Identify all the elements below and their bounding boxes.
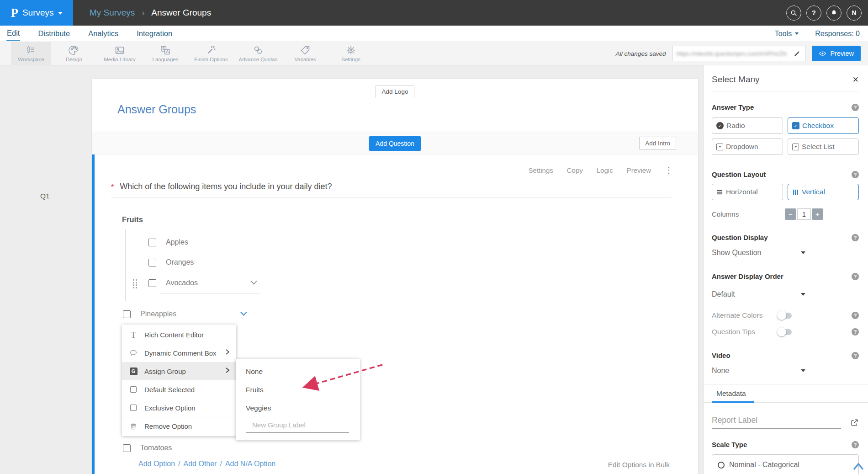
- option-checkbox[interactable]: [148, 239, 156, 246]
- help-icon[interactable]: ?: [852, 171, 859, 178]
- toolbar-settings[interactable]: Settings: [328, 42, 374, 65]
- search-button[interactable]: [786, 5, 801, 21]
- user-avatar[interactable]: N: [847, 5, 862, 21]
- question-copy-link[interactable]: Copy: [567, 166, 583, 174]
- expand-button[interactable]: [850, 418, 859, 429]
- answer-type-select-list[interactable]: Select List: [788, 138, 859, 155]
- columns-value-input[interactable]: [797, 208, 811, 220]
- tab-edit[interactable]: Edit: [6, 26, 20, 41]
- add-intro-button[interactable]: Add Intro: [639, 137, 676, 150]
- decrement-button[interactable]: −: [785, 208, 796, 220]
- add-other-link[interactable]: Add Other: [184, 460, 217, 468]
- answer-type-checkbox[interactable]: ✓ Checkbox: [788, 117, 859, 134]
- menu-item-dynamic-comment-box[interactable]: Dynamic Comment Box: [122, 344, 236, 362]
- help-icon[interactable]: ?: [852, 104, 859, 111]
- option-label[interactable]: Pineapples: [140, 310, 176, 318]
- add-question-button[interactable]: Add Question: [369, 136, 421, 151]
- toolbar-languages[interactable]: A Languages: [143, 42, 188, 65]
- scale-type-select[interactable]: Nominal - Categorical: [712, 454, 859, 474]
- section-label: Scale Type: [712, 441, 747, 448]
- preview-button[interactable]: Preview: [812, 46, 861, 61]
- option-label[interactable]: Apples: [166, 238, 188, 246]
- drag-handle[interactable]: [133, 279, 137, 288]
- edit-options-in-bulk-link[interactable]: Edit Options in Bulk: [608, 461, 670, 469]
- help-icon[interactable]: ?: [852, 312, 859, 319]
- survey-url-field[interactable]: https://nileshb.questionpro.com/t/APHzZN: [672, 46, 805, 61]
- translate-icon: A: [160, 45, 171, 56]
- pencil-icon: [794, 50, 801, 57]
- trash-icon: [129, 422, 138, 431]
- tools-label: Tools: [775, 30, 792, 38]
- tab-metadata[interactable]: Metadata: [716, 389, 746, 398]
- add-logo-button[interactable]: Add Logo: [376, 85, 415, 98]
- help-icon[interactable]: ?: [852, 352, 859, 359]
- option-checkbox[interactable]: [148, 259, 156, 266]
- question-display-select[interactable]: Show Question: [712, 249, 805, 257]
- layout-vertical[interactable]: Vertical: [788, 184, 859, 200]
- increment-button[interactable]: +: [812, 208, 823, 220]
- topbar-actions: ? N: [786, 5, 862, 21]
- answer-display-order-select[interactable]: Default: [712, 290, 805, 298]
- kebab-menu-icon[interactable]: ⋮: [665, 165, 673, 175]
- option-chevron-down-icon[interactable]: [250, 279, 258, 287]
- chevron-down-icon: [795, 32, 799, 35]
- breadcrumb-my-surveys[interactable]: My Surveys: [90, 8, 135, 18]
- menu-item-exclusive-option[interactable]: Exclusive Option: [122, 399, 236, 417]
- survey-title[interactable]: Answer Groups: [117, 103, 196, 116]
- question-tips-toggle[interactable]: [778, 329, 792, 335]
- help-icon[interactable]: ?: [852, 441, 859, 448]
- layout-horizontal[interactable]: Horizontal: [712, 184, 783, 200]
- menu-item-default-selected[interactable]: Default Selected: [122, 380, 236, 399]
- answer-type-label: Radio: [726, 122, 745, 130]
- add-na-option-link[interactable]: Add N/A Option: [225, 460, 275, 468]
- toolbar-advance-quotas[interactable]: Advance Quotas: [234, 42, 282, 65]
- question-preview-link[interactable]: Preview: [627, 166, 651, 174]
- question-logic-link[interactable]: Logic: [597, 166, 613, 174]
- option-label[interactable]: Oranges: [166, 258, 194, 266]
- toolbar-workspace[interactable]: Workspace: [11, 42, 51, 65]
- answer-type-dropdown[interactable]: Dropdown: [712, 138, 783, 155]
- option-checkbox[interactable]: [123, 444, 131, 452]
- help-icon[interactable]: ?: [852, 234, 859, 241]
- tools-menu[interactable]: Tools: [775, 30, 799, 38]
- option-label[interactable]: Avocados: [166, 279, 198, 287]
- help-icon[interactable]: ?: [852, 328, 859, 336]
- answer-type-radio[interactable]: ✓ Radio: [712, 117, 783, 134]
- option-label[interactable]: Tomatoes: [140, 444, 172, 452]
- toolbar-design[interactable]: Design: [51, 42, 97, 65]
- tab-analytics[interactable]: Analytics: [88, 27, 119, 41]
- close-icon[interactable]: ✕: [852, 75, 859, 85]
- submenu-item-veggies[interactable]: Veggies: [236, 399, 360, 417]
- option-menu-chevron-icon[interactable]: [240, 310, 248, 318]
- responses-count[interactable]: Responses: 0: [815, 30, 860, 38]
- edit-url-button[interactable]: [789, 50, 805, 57]
- question-layout-header: Question Layout ?: [712, 170, 859, 178]
- help-button[interactable]: ?: [806, 5, 821, 21]
- video-select[interactable]: None: [712, 367, 805, 375]
- new-group-label-input[interactable]: New Group Label: [246, 418, 349, 433]
- question-text[interactable]: Which of the following items you include…: [120, 182, 332, 192]
- scroll-up-chevron-icon[interactable]: [852, 461, 865, 473]
- notifications-button[interactable]: [826, 5, 842, 21]
- add-option-link[interactable]: Add Option: [138, 460, 175, 468]
- columns-stepper: − +: [785, 208, 823, 220]
- alternate-colors-toggle[interactable]: [778, 313, 792, 319]
- question-settings-link[interactable]: Settings: [529, 166, 553, 174]
- answer-group-label[interactable]: Fruits: [122, 215, 143, 224]
- submenu-item-none[interactable]: None: [236, 362, 360, 381]
- submenu-item-fruits[interactable]: Fruits: [236, 381, 360, 399]
- menu-item-rich-content-editor[interactable]: T Rich Content Editor: [122, 325, 236, 344]
- option-checkbox[interactable]: [123, 310, 131, 318]
- menu-item-remove-option[interactable]: Remove Option: [122, 417, 236, 435]
- tab-integration[interactable]: Integration: [136, 27, 173, 41]
- menu-item-assign-group[interactable]: G Assign Group: [122, 362, 236, 380]
- option-checkbox[interactable]: [148, 279, 156, 287]
- report-label-input[interactable]: Report Label: [712, 415, 841, 429]
- tab-distribute[interactable]: Distribute: [37, 27, 70, 41]
- metadata-tabs: Metadata: [704, 384, 868, 403]
- toolbar-finish-options[interactable]: Finish Options: [188, 42, 234, 65]
- toolbar-variables[interactable]: Variables: [282, 42, 328, 65]
- product-switcher[interactable]: P Surveys: [0, 0, 73, 26]
- help-icon[interactable]: ?: [852, 273, 859, 280]
- toolbar-media-library[interactable]: Media Library: [97, 42, 143, 65]
